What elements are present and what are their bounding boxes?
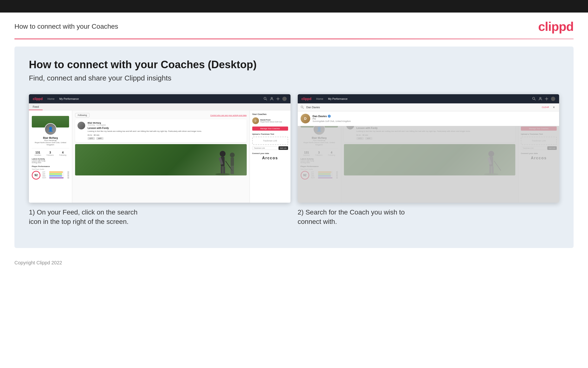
search-result[interactable]: D Dan Davies ✓ Pro Sunningdale Golf Club… <box>298 111 559 126</box>
arg-bar: ARG 86 <box>42 175 69 177</box>
arccos-logo: Arccos <box>252 156 288 160</box>
settings-icon[interactable] <box>276 97 280 101</box>
connect-section: Connect your data Arccos <box>252 152 288 160</box>
latest-activity: Latest Activity Lesson with Fordy 03 Aug… <box>32 158 69 163</box>
post-title: Lesson with Fordy <box>88 127 244 129</box>
clear-button[interactable]: CLEAR <box>542 106 549 109</box>
trackman-input-field[interactable] <box>252 146 278 150</box>
svg-point-3 <box>277 98 279 100</box>
step1-text: On your Feed, click on the searchicon in… <box>29 209 137 225</box>
header-divider <box>14 38 574 39</box>
middle-panel: Following Control who can see your activ… <box>72 110 250 203</box>
svg-point-11 <box>230 153 235 157</box>
add-link-button[interactable]: Add Link <box>279 146 288 150</box>
followers-count: 3 <box>47 151 54 154</box>
app-navbar: clippd Home My Performance <box>29 94 290 103</box>
following-row: Following Control who can see your activ… <box>75 113 247 117</box>
right-panel: Your Coaches D David Ford Royal North De… <box>250 110 290 203</box>
search-overlay: Dan Davies CLEAR × D Dan Davies ✓ Pro <box>298 103 559 126</box>
following-button[interactable]: Following <box>75 113 89 117</box>
svg-rect-12 <box>231 157 234 166</box>
post-author: Blair McHarg <box>88 122 244 124</box>
screenshot1: clippd Home My Performance <box>29 94 290 203</box>
profile-name: Blair McHarg <box>32 137 69 139</box>
svg-line-27 <box>303 108 304 109</box>
feed-tab[interactable]: Feed <box>29 104 43 110</box>
trackman-section: Upload a Trackman Test Trackman Link Add… <box>252 133 288 150</box>
search-query[interactable]: Dan Davies <box>306 106 539 109</box>
svg-point-2 <box>271 97 272 99</box>
screenshot2-container: clippd Home My Performance <box>298 94 559 226</box>
svg-line-1 <box>266 99 267 101</box>
search-icon[interactable] <box>263 97 267 101</box>
svg-point-18 <box>546 98 547 100</box>
result-role: Pro <box>313 118 556 120</box>
post-time: Yesterday · Sunningdale <box>88 124 244 126</box>
nav-my-performance-2[interactable]: My Performance <box>328 97 348 100</box>
search-bar: Dan Davies CLEAR × <box>298 103 559 111</box>
app-navbar-2: clippd Home My Performance <box>298 94 559 103</box>
profile-club: Royal North Devon Golf Club, United King… <box>32 141 69 146</box>
result-info: Dan Davies ✓ Pro Sunningdale Golf Club, … <box>313 115 556 122</box>
latest-activity-date: 03 Aug 2022 <box>32 162 69 163</box>
profile-stats: 131 Activities 3 Followers 4 Following <box>32 151 69 156</box>
result-avatar: D <box>301 114 310 123</box>
nav-home-2[interactable]: Home <box>316 97 323 100</box>
close-search-button[interactable]: × <box>551 105 556 110</box>
stat-activities: 131 Activities <box>35 151 41 156</box>
post-text: Looking to feel like my hands are exitin… <box>88 130 244 133</box>
search-icon-overlay <box>301 106 304 109</box>
app-button[interactable]: APP <box>96 137 104 140</box>
latest-activity-title: Latest Activity <box>32 158 69 160</box>
content-title: How to connect with your Coaches (Deskto… <box>29 59 559 71</box>
golf-image <box>75 144 247 175</box>
activities-label: Activities <box>35 154 41 156</box>
nav-icons-2 <box>532 97 555 101</box>
coach-name: David Ford <box>260 119 288 121</box>
svg-rect-14 <box>232 166 234 174</box>
main-content: How to connect with your Coaches (Deskto… <box>14 46 574 248</box>
svg-point-15 <box>533 97 535 100</box>
step1-number: 1) <box>29 209 35 216</box>
result-club: Sunningdale Golf Club, United Kingdom <box>313 120 556 122</box>
control-link[interactable]: Control who can see your activity and da… <box>210 114 247 116</box>
ott-button[interactable]: OTT <box>88 137 95 140</box>
user-icon-2[interactable] <box>538 97 542 101</box>
stat-following: 4 Following <box>59 151 66 156</box>
page-title: How to connect with your Coaches <box>14 23 118 30</box>
score-circle: 92 <box>32 171 40 180</box>
search-icon-2[interactable] <box>532 97 536 101</box>
following-label: Following <box>59 154 66 156</box>
top-bar <box>0 0 588 12</box>
post-buttons: OTT APP <box>88 137 244 140</box>
coach-info: David Ford Royal North Devon Golf Club <box>260 119 288 123</box>
user-icon[interactable] <box>270 97 274 101</box>
nav-home[interactable]: Home <box>47 97 54 100</box>
nav-my-performance[interactable]: My Performance <box>60 97 79 100</box>
score-row: 92 OTT 90 APP <box>32 171 69 180</box>
score-bars: OTT 90 APP 85 <box>42 171 69 179</box>
putt-bar: PUTT 96 <box>42 177 69 179</box>
nav-icons <box>263 97 287 101</box>
app-logo-2: clippd <box>302 97 311 101</box>
activities-count: 131 <box>35 151 41 154</box>
copyright: Copyright Clippd 2022 <box>14 260 62 265</box>
settings-icon-2[interactable] <box>545 97 549 101</box>
manage-coaches-button[interactable]: Manage Your Coaches <box>252 127 288 131</box>
svg-point-0 <box>264 97 266 100</box>
svg-line-16 <box>535 99 536 101</box>
performance-title: Player Performance <box>32 165 69 167</box>
screenshot1-container: clippd Home My Performance <box>29 94 290 226</box>
avatar-icon[interactable] <box>282 97 287 101</box>
trackman-title: Upload a Trackman Test <box>252 133 288 135</box>
connect-title: Connect your data <box>252 152 288 155</box>
post-avatar <box>78 122 85 129</box>
svg-rect-13 <box>231 166 232 174</box>
coach-club: Royal North Devon Golf Club <box>260 121 288 123</box>
profile-handicap: Plus Handicap <box>32 139 69 141</box>
stat-followers: 3 Followers <box>47 151 54 156</box>
avatar-icon-2[interactable] <box>551 97 555 101</box>
screenshots-row: clippd Home My Performance <box>29 94 559 226</box>
svg-point-17 <box>540 97 541 99</box>
post-duration: 01 hr : 30 min <box>88 134 244 136</box>
